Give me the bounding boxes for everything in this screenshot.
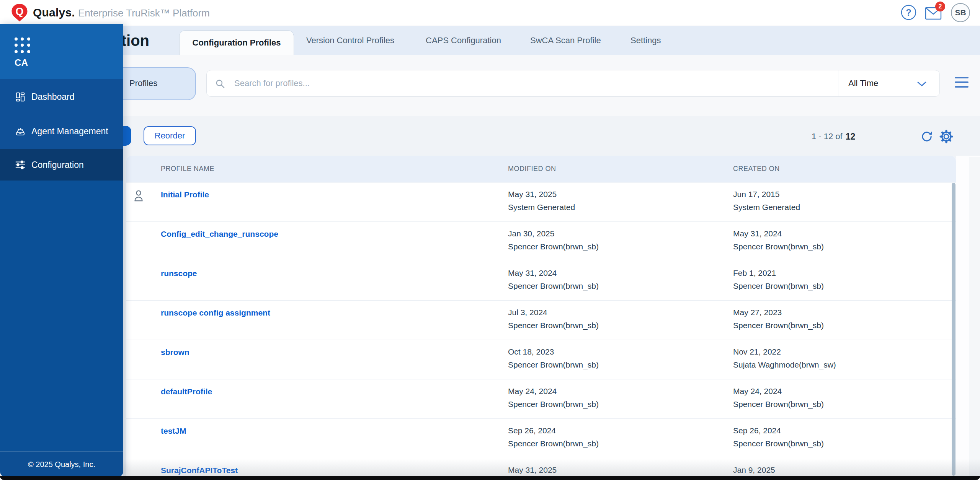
created-by: System Generated xyxy=(733,201,800,214)
top-bar: Q Qualys. Enterprise TruRisk™ Platform ?… xyxy=(0,0,980,26)
table-row[interactable]: Config_edit_change_runscope Jan 30, 2025… xyxy=(126,222,956,261)
sidebar-flyout: CA Dashboard Agent Management xyxy=(0,24,123,477)
notifications-icon[interactable]: 2 xyxy=(925,5,942,20)
modified-on-cell: May 24, 2024 Spencer Brown(brwn_sb) xyxy=(508,385,599,411)
table-row[interactable]: Initial Profile May 31, 2025 System Gene… xyxy=(126,182,956,222)
search-icon xyxy=(215,79,225,89)
qualys-logo-icon[interactable]: Q xyxy=(11,3,28,23)
qualys-app: Configuration Configuration Profiles Ver… xyxy=(0,0,980,480)
tab-swca-scan-profile[interactable]: SwCA Scan Profile xyxy=(530,26,601,55)
search-input[interactable] xyxy=(234,70,801,96)
profile-name-link[interactable]: Initial Profile xyxy=(161,190,209,199)
column-header-profile-name[interactable]: PROFILE NAME xyxy=(161,165,214,173)
modified-date: May 24, 2024 xyxy=(508,385,599,398)
created-on-cell: May 24, 2024 Spencer Brown(brwn_sb) xyxy=(733,385,824,411)
table-row[interactable]: sbrown Oct 18, 2023 Spencer Brown(brwn_s… xyxy=(126,340,956,379)
created-date: May 24, 2024 xyxy=(733,385,824,398)
created-date: Feb 1, 2021 xyxy=(733,267,824,280)
tab-caps-configuration[interactable]: CAPS Configuration xyxy=(426,26,501,55)
created-date: Jun 17, 2015 xyxy=(733,188,800,201)
profile-name-link[interactable]: Config_edit_change_runscope xyxy=(161,229,278,239)
modified-date: Jul 3, 2024 xyxy=(508,306,599,319)
created-date: May 31, 2024 xyxy=(733,227,824,240)
tab-label: Settings xyxy=(630,36,661,46)
profiles-table: PROFILE NAME MODIFIED ON CREATED ON Init… xyxy=(126,156,956,476)
table-row[interactable]: SurajConfAPIToTest May 31, 2025 Jan 9, 2… xyxy=(126,458,956,476)
person-icon xyxy=(133,189,144,202)
modified-on-cell: Jul 3, 2024 Spencer Brown(brwn_sb) xyxy=(508,306,599,332)
modified-by: Spencer Brown(brwn_sb) xyxy=(508,280,599,293)
created-by: Spencer Brown(brwn_sb) xyxy=(733,240,824,253)
modified-on-cell: Sep 26, 2024 Spencer Brown(brwn_sb) xyxy=(508,424,599,450)
modified-by: Spencer Brown(brwn_sb) xyxy=(508,437,599,450)
svg-text:?: ? xyxy=(906,7,911,18)
tab-settings[interactable]: Settings xyxy=(630,26,661,55)
product-name: Enterprise TruRisk™ Platform xyxy=(78,7,210,19)
table-scrollbar[interactable] xyxy=(952,183,956,476)
help-icon[interactable]: ? xyxy=(901,5,916,20)
created-by: Spencer Brown(brwn_sb) xyxy=(733,437,824,450)
settings-gear-icon[interactable] xyxy=(939,129,954,144)
sidebar-footer-copyright: © 2025 Qualys, Inc. xyxy=(0,451,123,477)
sidebar-body xyxy=(0,181,123,451)
created-by: Spencer Brown(brwn_sb) xyxy=(733,280,824,293)
column-header-created-on[interactable]: CREATED ON xyxy=(733,165,780,173)
brand-name[interactable]: Qualys. xyxy=(33,6,75,19)
modified-date: May 31, 2025 xyxy=(508,188,575,201)
dashboard-icon xyxy=(15,91,26,103)
created-on-cell: May 31, 2024 Spencer Brown(brwn_sb) xyxy=(733,227,824,253)
created-on-cell: May 27, 2023 Spencer Brown(brwn_sb) xyxy=(733,306,824,332)
table-header-row: PROFILE NAME MODIFIED ON CREATED ON xyxy=(126,156,956,182)
created-on-cell: Jan 9, 2025 xyxy=(733,464,775,476)
apps-grid-icon[interactable] xyxy=(15,37,31,54)
tab-version-control-profiles[interactable]: Version Control Profiles xyxy=(306,26,394,55)
reorder-button[interactable]: Reorder xyxy=(144,126,196,145)
pagination-range: 1 - 12 of xyxy=(812,132,843,142)
created-date: Jan 9, 2025 xyxy=(733,464,775,476)
created-date: May 27, 2023 xyxy=(733,306,824,319)
refresh-icon[interactable] xyxy=(920,130,933,143)
window-bottom-edge xyxy=(0,476,980,480)
table-row[interactable]: defaultProfile May 24, 2024 Spencer Brow… xyxy=(126,379,956,419)
profile-name-link[interactable]: runscope config assignment xyxy=(161,308,270,317)
created-by: Spencer Brown(brwn_sb) xyxy=(733,398,824,411)
table-row[interactable]: testJM Sep 26, 2024 Spencer Brown(brwn_s… xyxy=(126,419,956,458)
sidebar-item-configuration[interactable]: Configuration xyxy=(0,153,123,177)
modified-date: Jan 30, 2025 xyxy=(508,227,599,240)
table-body: Initial Profile May 31, 2025 System Gene… xyxy=(126,182,956,476)
sidebar-item-agent-management[interactable]: Agent Management xyxy=(0,119,123,143)
tab-label: Version Control Profiles xyxy=(306,36,394,46)
created-on-cell: Feb 1, 2021 Spencer Brown(brwn_sb) xyxy=(733,267,824,293)
created-date: Sep 26, 2024 xyxy=(733,424,824,437)
column-header-modified-on[interactable]: MODIFIED ON xyxy=(508,165,556,173)
profile-name-link[interactable]: sbrown xyxy=(161,348,189,357)
sidebar-item-dashboard[interactable]: Dashboard xyxy=(0,85,123,109)
profile-name-link[interactable]: SurajConfAPIToTest xyxy=(161,466,238,475)
agent-icon xyxy=(15,125,26,137)
search-container: All Time xyxy=(206,70,940,97)
created-by: Sujata Waghmode(brwn_sw) xyxy=(733,358,836,371)
profile-name-link[interactable]: runscope xyxy=(161,269,197,278)
modified-by: Spencer Brown(brwn_sb) xyxy=(508,398,599,411)
avatar[interactable]: SB xyxy=(951,3,970,22)
chip-label: Profiles xyxy=(129,78,157,88)
created-on-cell: Nov 21, 2022 Sujata Waghmode(brwn_sw) xyxy=(733,345,836,371)
profile-name-link[interactable]: defaultProfile xyxy=(161,387,212,396)
time-range-value: All Time xyxy=(848,78,878,88)
chevron-down-icon[interactable] xyxy=(917,81,926,87)
modified-by: System Generated xyxy=(508,201,575,214)
profile-name-link[interactable]: testJM xyxy=(161,426,186,436)
created-by: Spencer Brown(brwn_sb) xyxy=(733,319,824,332)
table-row[interactable]: runscope config assignment Jul 3, 2024 S… xyxy=(126,301,956,340)
modified-on-cell: May 31, 2025 xyxy=(508,464,557,476)
modified-on-cell: May 31, 2024 Spencer Brown(brwn_sb) xyxy=(508,267,599,293)
sliders-icon xyxy=(15,159,26,171)
sidebar-item-label: Configuration xyxy=(31,160,84,170)
modified-by: Spencer Brown(brwn_sb) xyxy=(508,240,599,253)
notification-badge: 2 xyxy=(935,2,945,11)
created-on-cell: Jun 17, 2015 System Generated xyxy=(733,188,800,214)
menu-icon[interactable] xyxy=(955,77,969,90)
table-row[interactable]: runscope May 31, 2024 Spencer Brown(brwn… xyxy=(126,261,956,301)
tab-configuration-profiles[interactable]: Configuration Profiles xyxy=(179,30,294,55)
modified-date: Sep 26, 2024 xyxy=(508,424,599,437)
